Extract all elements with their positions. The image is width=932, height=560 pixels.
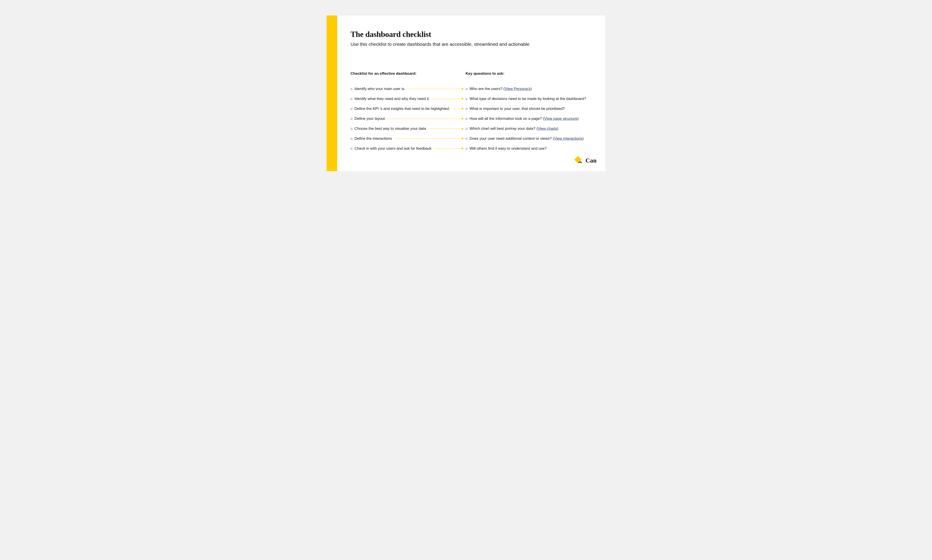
arrow-icon: [387, 118, 464, 119]
brand-mark: Can: [574, 156, 597, 165]
bullet-icon: o: [466, 137, 469, 141]
arrow-icon: [408, 89, 464, 89]
checklist-item-text: Check in with your users and ask for fee…: [355, 146, 432, 151]
bullet-icon: o: [350, 127, 355, 131]
question-pre-text: Will others find it easy to understand a…: [469, 146, 547, 151]
checklist-row: o Identify who your main user is.: [350, 84, 466, 94]
question-pre-text: Which chart will best portray your data?…: [469, 126, 538, 131]
brand-text: Can: [585, 157, 597, 164]
questions-column: Key questions to ask: o Who are the user…: [466, 71, 589, 154]
page-subtitle: Use this checklist to create dashboards …: [350, 41, 592, 47]
question-row: o What is important to your user, that s…: [466, 104, 589, 114]
question-row: o Will others find it easy to understand…: [466, 143, 589, 154]
question-pre-text: Does your user need additional context o…: [469, 136, 554, 141]
arrow-icon: [432, 98, 464, 99]
view-interactions-link[interactable]: View interactions: [554, 136, 582, 141]
bullet-icon: o: [350, 87, 355, 91]
question-row: o What type of decisions need to be made…: [466, 94, 589, 104]
question-post-text: ): [582, 136, 584, 141]
question-row: o Who are the users? (View Persona's): [466, 84, 589, 94]
checklist-item-text: Identify who your main user is.: [355, 87, 405, 91]
checklist-item-text: Choose the best way to visualise your da…: [355, 126, 426, 131]
bullet-icon: o: [350, 107, 355, 111]
question-row: o Which chart will best portray your dat…: [466, 123, 589, 134]
bullet-icon: o: [466, 107, 469, 111]
arrow-icon: [429, 128, 464, 129]
brand-logo-icon: [574, 156, 584, 165]
checklist-row: o Choose the best way to visualise your …: [350, 123, 466, 134]
bullet-icon: o: [466, 97, 469, 101]
question-pre-text: What type of decisions need to be made b…: [469, 97, 586, 101]
question-item-text: What type of decisions need to be made b…: [469, 97, 586, 101]
question-item-text: Which chart will best portray your data?…: [469, 126, 558, 131]
question-pre-text: Who are the users? (: [469, 87, 505, 91]
view-personas-link[interactable]: View Persona's: [505, 87, 531, 91]
question-item-text: Will others find it easy to understand a…: [469, 146, 547, 151]
question-pre-text: How will all the information look on a p…: [469, 117, 544, 121]
view-page-structure-link[interactable]: View page structure: [544, 117, 577, 121]
question-item-text: Does your user need additional context o…: [469, 136, 584, 141]
checklist-heading: Checklist for an effective dashboard:: [350, 71, 466, 76]
bullet-icon: o: [350, 137, 355, 141]
bullet-icon: o: [466, 146, 469, 151]
question-pre-text: What is important to your user, that sho…: [469, 106, 565, 111]
view-charts-link[interactable]: View charts: [538, 126, 557, 131]
checklist-item-text: Define your layout: [355, 117, 385, 121]
checklist-row: o Identify what they need and why they n…: [350, 94, 466, 104]
page-title: The dashboard checklist: [350, 30, 592, 39]
bullet-icon: o: [466, 117, 469, 121]
question-item-text: What is important to your user, that sho…: [469, 106, 565, 111]
checklist-column: Checklist for an effective dashboard: o …: [350, 71, 466, 154]
question-post-text: ): [531, 87, 532, 91]
question-row: o How will all the information look on a…: [466, 114, 589, 123]
bullet-icon: o: [350, 117, 355, 121]
checklist-row: o Define your layout: [350, 114, 466, 123]
checklist-item-text: Define the interactions: [355, 136, 392, 141]
question-row: o Does your user need additional context…: [466, 134, 589, 143]
accent-bar: [327, 15, 337, 171]
page-stage: The dashboard checklist Use this checkli…: [311, 0, 621, 186]
bullet-icon: o: [350, 97, 355, 101]
bullet-icon: o: [466, 87, 469, 91]
question-post-text: ): [577, 117, 579, 121]
columns-wrapper: Checklist for an effective dashboard: o …: [350, 71, 592, 154]
arrow-icon: [434, 148, 464, 149]
question-item-text: How will all the information look on a p…: [469, 117, 579, 121]
checklist-item-text: Define the KPI 's and insights that need…: [355, 106, 450, 111]
checklist-row: o Define the interactions: [350, 134, 466, 143]
questions-heading: Key questions to ask:: [466, 71, 589, 76]
bullet-icon: o: [466, 127, 469, 131]
content-card: The dashboard checklist Use this checkli…: [337, 15, 605, 171]
checklist-row: o Define the KPI 's and insights that ne…: [350, 104, 466, 114]
question-post-text: ): [557, 126, 559, 131]
checklist-item-text: Identify what they need and why they nee…: [355, 97, 430, 101]
bullet-icon: o: [350, 146, 355, 151]
checklist-row: o Check in with your users and ask for f…: [350, 143, 466, 154]
question-item-text: Who are the users? (View Persona's): [469, 87, 532, 91]
